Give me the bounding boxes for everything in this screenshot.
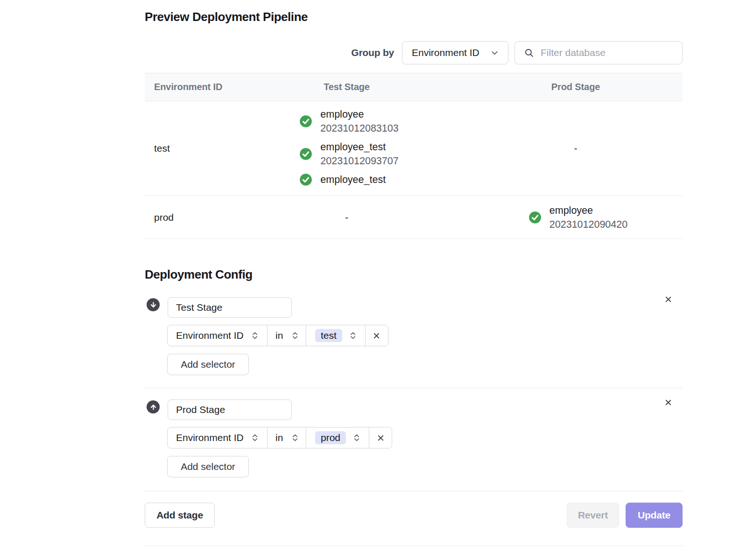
page-title: Preview Deployment Pipeline [145, 0, 683, 24]
test-stage-empty: - [225, 196, 469, 238]
selector-operator-select[interactable]: in [267, 325, 306, 346]
chevron-up-down-icon [348, 331, 358, 340]
update-button[interactable]: Update [626, 503, 683, 528]
deployment-pipeline-page: Preview Deployment Pipeline Group by Env… [145, 0, 683, 546]
config-footer: Add stage Revert Update [145, 503, 683, 528]
filter-database-search [514, 41, 683, 64]
environment-label: test [145, 101, 225, 196]
table-row-test: test employee 20231012083103 employee_te… [145, 101, 683, 196]
selector-key-select[interactable]: Environment ID [168, 325, 267, 346]
database-name: employee_test [320, 140, 398, 154]
arrow-up-icon [149, 403, 157, 411]
page-end-divider [144, 546, 684, 546]
group-by-select[interactable]: Environment ID [402, 41, 508, 64]
remove-selector-button[interactable] [365, 325, 388, 346]
add-stage-button[interactable]: Add stage [145, 503, 215, 528]
database-name: employee [320, 107, 398, 121]
remove-stage-button[interactable] [660, 291, 677, 308]
add-selector-button[interactable]: Add selector [167, 354, 249, 375]
check-circle-icon [529, 211, 542, 224]
selector-value-tag: test [315, 329, 342, 342]
table-row-prod: prod - employee 20231012090420 [145, 196, 683, 238]
column-header-prod-stage: Prod Stage [469, 73, 683, 101]
deployment-config-heading: Deployment Config [145, 267, 683, 282]
stage-name-input[interactable] [168, 399, 292, 420]
close-icon [376, 434, 385, 442]
database-name: employee_test [320, 173, 386, 187]
pipeline-table: Environment ID Test Stage Prod Stage tes… [145, 73, 683, 239]
config-footer-divider [144, 491, 683, 491]
stage-divider [144, 388, 683, 388]
label-selector: Environment ID in test [167, 325, 388, 346]
arrow-down-icon [149, 301, 157, 309]
chevron-up-down-icon [290, 331, 300, 340]
move-stage-down-button[interactable] [147, 298, 160, 311]
check-circle-icon [299, 173, 312, 186]
stage-block-test: Environment ID in test Add selector [145, 297, 683, 375]
revert-button[interactable]: Revert [567, 503, 619, 528]
chevron-down-icon [490, 48, 500, 58]
prod-stage-databases: employee 20231012090420 [529, 203, 627, 231]
database-name: employee [550, 203, 627, 217]
chevron-up-down-icon [290, 433, 300, 442]
prod-stage-empty: - [469, 101, 683, 196]
database-item[interactable]: employee_test [299, 173, 386, 187]
database-item[interactable]: employee 20231012083103 [299, 107, 398, 135]
pipeline-table-header: Environment ID Test Stage Prod Stage [145, 73, 683, 101]
move-stage-up-button[interactable] [147, 400, 160, 413]
stage-name-input[interactable] [168, 297, 292, 318]
selector-key-select[interactable]: Environment ID [168, 427, 267, 448]
search-icon [524, 48, 534, 58]
remove-stage-button[interactable] [660, 394, 677, 411]
database-version: 20231012090420 [550, 217, 627, 231]
selector-value-select[interactable]: test [306, 325, 365, 346]
column-header-environment-id: Environment ID [145, 73, 225, 101]
filter-database-input[interactable] [541, 47, 676, 58]
close-icon [372, 331, 381, 340]
remove-selector-button[interactable] [369, 427, 392, 448]
selector-operator-select[interactable]: in [267, 427, 306, 448]
database-item[interactable]: employee_test 20231012093707 [299, 140, 398, 168]
close-icon [664, 398, 673, 407]
chevron-up-down-icon [352, 433, 361, 442]
database-version: 20231012093707 [320, 154, 398, 168]
selector-value-select[interactable]: prod [306, 427, 369, 448]
add-selector-button[interactable]: Add selector [167, 456, 249, 477]
group-by-label: Group by [351, 47, 394, 58]
test-stage-databases: employee 20231012083103 employee_test 20… [299, 107, 398, 187]
label-selector: Environment ID in prod [167, 427, 392, 448]
stage-block-prod: Environment ID in prod Add selector [145, 399, 683, 477]
environment-label: prod [145, 196, 225, 238]
close-icon [664, 295, 673, 304]
database-version: 20231012083103 [320, 121, 398, 135]
group-by-selected-value: Environment ID [412, 47, 479, 58]
check-circle-icon [299, 115, 312, 128]
chevron-up-down-icon [250, 331, 260, 340]
check-circle-icon [299, 147, 312, 161]
database-item[interactable]: employee 20231012090420 [529, 203, 627, 231]
selector-value-tag: prod [315, 431, 346, 444]
pipeline-toolbar: Group by Environment ID [145, 41, 683, 64]
column-header-test-stage: Test Stage [225, 73, 469, 101]
chevron-up-down-icon [250, 433, 260, 442]
